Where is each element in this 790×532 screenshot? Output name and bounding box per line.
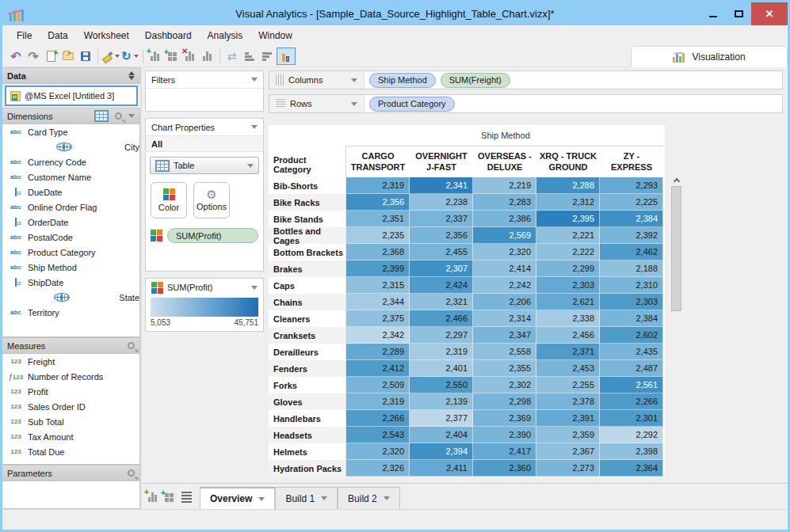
table-cell[interactable]: 2,319	[346, 177, 410, 194]
measure-profit[interactable]: 123Profit	[2, 384, 139, 399]
search-icon[interactable]	[115, 112, 122, 120]
table-cell[interactable]: 2,298	[473, 393, 536, 410]
table-cell[interactable]: 2,453	[536, 360, 600, 377]
sheet-tab-overview[interactable]: Overview	[200, 487, 275, 509]
row-label[interactable]: Handlebars	[269, 410, 346, 427]
table-cell[interactable]: 2,315	[346, 277, 410, 294]
table-cell[interactable]: 2,303	[600, 294, 663, 310]
sort-ascending-button[interactable]	[242, 48, 258, 65]
table-cell[interactable]: 2,266	[600, 393, 663, 410]
measure-total-due[interactable]: 123Total Due	[2, 444, 139, 459]
table-cell[interactable]: 2,288	[536, 177, 600, 194]
row-label[interactable]: Gloves	[269, 393, 346, 410]
table-cell[interactable]: 2,206	[473, 294, 536, 310]
dimension-card-type[interactable]: abcCard Type	[2, 124, 139, 139]
row-label[interactable]: Chains	[269, 294, 346, 310]
table-cell[interactable]: 2,412	[346, 360, 410, 377]
dimension-online-order-flag[interactable]: abcOnline Order Flag	[2, 200, 139, 215]
table-cell[interactable]: 2,347	[473, 327, 536, 344]
search-icon[interactable]	[128, 469, 135, 477]
table-cell[interactable]: 2,550	[410, 377, 473, 393]
chevron-down-icon[interactable]	[258, 497, 265, 501]
table-cell[interactable]: 2,384	[600, 310, 663, 327]
table-cell[interactable]: 2,238	[410, 194, 473, 211]
chevron-down-icon[interactable]	[384, 496, 390, 500]
table-cell[interactable]: 2,319	[346, 393, 410, 410]
table-cell[interactable]: 2,558	[473, 344, 536, 360]
dimension-product-category[interactable]: abcProduct Category	[2, 245, 139, 260]
chevron-down-icon[interactable]	[351, 102, 357, 106]
table-cell[interactable]: 2,289	[346, 344, 410, 360]
table-cell[interactable]: 2,139	[410, 393, 473, 410]
table-cell[interactable]: 2,392	[600, 227, 663, 244]
table-cell[interactable]: 2,543	[346, 427, 410, 443]
table-cell[interactable]: 2,312	[536, 194, 600, 211]
table-cell[interactable]: 2,378	[536, 393, 600, 410]
parameters-header[interactable]: Parameters	[2, 465, 140, 481]
sheet-tab-build-1[interactable]: Build 1	[275, 487, 338, 509]
swap-axes-button[interactable]: ⇄	[224, 48, 240, 65]
table-cell[interactable]: 2,297	[410, 327, 473, 344]
table-cell[interactable]: 2,344	[346, 294, 410, 310]
table-cell[interactable]: 2,369	[473, 410, 536, 427]
legend-gradient[interactable]	[151, 298, 258, 317]
menu-item-window[interactable]: Window	[250, 27, 300, 44]
row-label[interactable]: Hydration Packs	[269, 460, 346, 477]
row-label[interactable]: Headsets	[269, 427, 346, 443]
menu-item-dashboard[interactable]: Dashboard	[137, 27, 200, 44]
table-cell[interactable]: 2,303	[536, 277, 600, 294]
table-cell[interactable]: 2,266	[346, 410, 410, 427]
table-cell[interactable]: 2,302	[473, 377, 536, 393]
save-button[interactable]	[78, 48, 94, 65]
row-label[interactable]: Bib-Shorts	[269, 177, 346, 194]
table-cell[interactable]: 2,292	[600, 427, 663, 443]
table-cell[interactable]: 2,273	[536, 460, 600, 477]
table-cell[interactable]: 2,367	[536, 443, 600, 460]
menu-item-data[interactable]: Data	[40, 27, 75, 44]
table-cell[interactable]: 2,391	[536, 410, 600, 427]
visualization-tab[interactable]: Visualization	[631, 46, 788, 67]
table-cell[interactable]: 2,399	[346, 260, 410, 277]
data-source-item[interactable]: @MS Excel [Untitled 3]	[5, 86, 138, 106]
show-me-button[interactable]	[277, 48, 296, 65]
table-cell[interactable]: 2,368	[346, 244, 410, 260]
dimension-postalcode[interactable]: abcPostalCode	[2, 230, 139, 245]
table-cell[interactable]: 2,255	[536, 377, 600, 393]
table-cell[interactable]: 2,319	[410, 344, 473, 360]
view-data-icon[interactable]	[94, 110, 109, 122]
table-cell[interactable]: 2,395	[536, 211, 600, 227]
table-cell[interactable]: 2,235	[346, 227, 410, 244]
scrollbar-thumb[interactable]	[671, 186, 681, 311]
table-cell[interactable]: 2,455	[410, 244, 473, 260]
table-cell[interactable]: 2,621	[536, 294, 600, 310]
table-cell[interactable]: 2,342	[346, 327, 410, 344]
chevron-down-icon[interactable]	[115, 55, 120, 58]
chevron-down-icon[interactable]	[321, 496, 327, 500]
table-cell[interactable]: 2,414	[473, 260, 536, 277]
close-button[interactable]: ✕	[751, 2, 788, 25]
redo-button[interactable]: ↷	[25, 48, 41, 65]
columns-shelf[interactable]: Columns Ship MethodSUM(Freight)	[269, 70, 783, 89]
search-icon[interactable]	[128, 342, 135, 349]
new-worksheet-button[interactable]: +	[147, 48, 163, 65]
table-cell[interactable]: 2,301	[600, 410, 663, 427]
dimension-territory[interactable]: abcTerritory	[2, 305, 139, 320]
table-cell[interactable]: 2,398	[600, 443, 663, 460]
columns-pill-ship-method[interactable]: Ship Method	[369, 73, 436, 88]
table-cell[interactable]: 2,219	[473, 177, 536, 194]
table-cell[interactable]: 2,404	[410, 427, 473, 443]
menu-item-file[interactable]: File	[9, 27, 40, 44]
columns-pill-sum-freight-[interactable]: SUM(Freight)	[441, 73, 510, 88]
legend-header[interactable]: SUM(Profit)	[146, 279, 263, 296]
menu-item-worksheet[interactable]: Worksheet	[76, 27, 137, 44]
row-label[interactable]: Fenders	[269, 360, 346, 377]
table-cell[interactable]: 2,356	[346, 194, 410, 211]
menu-item-analysis[interactable]: Analysis	[200, 27, 251, 44]
column-header[interactable]: OVERSEAS - DELUXE	[473, 146, 536, 177]
measure-sub-total[interactable]: 123Sub Total	[2, 414, 139, 429]
dimension-duedate[interactable]: DueDate	[2, 184, 139, 200]
table-cell[interactable]: 2,222	[536, 244, 600, 260]
sheet-tab-build-2[interactable]: Build 2	[338, 487, 400, 509]
table-cell[interactable]: 2,299	[536, 260, 600, 277]
table-cell[interactable]: 2,435	[600, 344, 663, 360]
